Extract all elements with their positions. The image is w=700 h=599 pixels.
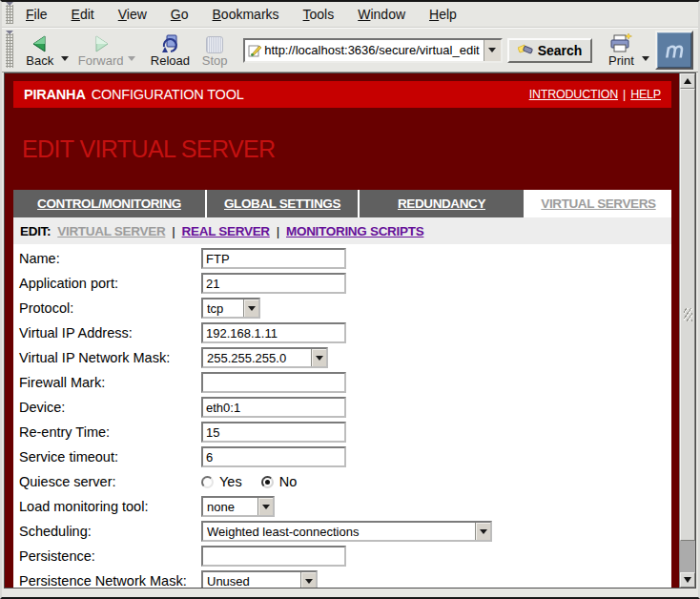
tab-global-settings[interactable]: GLOBAL SETTINGS	[207, 190, 358, 217]
menu-file[interactable]: File	[19, 4, 54, 25]
tab-virtual-servers[interactable]: VIRTUAL SERVERS	[525, 190, 671, 217]
back-button[interactable]: Back	[19, 30, 61, 72]
subnav-virtual-server: VIRTUAL SERVER	[57, 224, 165, 238]
browser-window: FileEditViewGoBookmarksToolsWindowHelp B…	[0, 0, 700, 599]
forward-button[interactable]: Forward	[74, 30, 128, 72]
menu-bookmarks[interactable]: Bookmarks	[206, 4, 286, 25]
application-port-label: Application port:	[13, 276, 201, 291]
quiesce-server-radio-no[interactable]	[261, 476, 274, 488]
mozilla-logo[interactable]	[655, 31, 693, 70]
virtual-ip-address-input[interactable]	[201, 322, 346, 343]
introduction-link[interactable]: INTRODUCTION	[529, 88, 618, 101]
dropdown-arrow-icon	[311, 349, 326, 366]
form-row: Protocol:tcp	[13, 296, 671, 320]
scheduling-select[interactable]: Weighted least-connections	[201, 521, 492, 542]
dropdown-arrow-icon	[475, 523, 490, 540]
arrow-down-icon	[684, 577, 691, 583]
page-title: EDIT VIRTUAL SERVER	[22, 135, 276, 163]
link-separator: |	[623, 88, 626, 101]
mozilla-m-icon	[660, 37, 689, 64]
print-dropdown-icon[interactable]	[642, 56, 649, 61]
form-row: Service timeout:	[13, 444, 671, 469]
device-input[interactable]	[201, 397, 346, 418]
forward-icon	[91, 33, 112, 53]
dropdown-arrow-icon	[300, 572, 316, 588]
piranha-banner: PIRANHA CONFIGURATION TOOL INTRODUCTION …	[13, 81, 671, 108]
quiesce-server-radio-yes[interactable]	[201, 476, 214, 488]
search-label: Search	[538, 43, 583, 58]
re-entry-time-input[interactable]	[201, 422, 346, 443]
forward-label: Forward	[78, 53, 124, 68]
browser-viewport: PIRANHA CONFIGURATION TOOL INTRODUCTION …	[4, 72, 696, 589]
content-sheet: CONTROL/MONITORINGGLOBAL SETTINGSREDUNDA…	[13, 190, 671, 588]
device-label: Device:	[13, 400, 201, 415]
subnav-monitoring-scripts[interactable]: MONITORING SCRIPTS	[286, 224, 423, 238]
scroll-down-button[interactable]	[680, 572, 695, 588]
toolbar-grippy[interactable]	[6, 33, 13, 68]
tab-label: CONTROL/MONITORING	[37, 196, 181, 211]
back-dropdown-icon[interactable]	[61, 56, 69, 61]
navigation-toolbar: Back Forward Reload	[2, 28, 698, 72]
form-row: Virtual IP Network Mask:255.255.255.0	[13, 345, 671, 370]
protocol-label: Protocol:	[13, 300, 201, 316]
search-button[interactable]: Search	[507, 38, 593, 63]
virtual-ip-address-label: Virtual IP Address:	[13, 325, 201, 341]
chevron-down-icon	[488, 48, 496, 52]
url-input[interactable]	[264, 42, 484, 59]
stop-icon	[206, 33, 223, 53]
form-row: Re-entry Time:	[13, 420, 671, 444]
print-label: Print	[608, 53, 634, 68]
bookmark-icon[interactable]	[248, 44, 261, 57]
scrollbar-thumb[interactable]	[680, 89, 695, 541]
form-row: Scheduling:Weighted least-connections	[13, 519, 671, 544]
persistence-input[interactable]	[201, 546, 346, 567]
virtual-server-form: Name:Application port:Protocol:tcpVirtua…	[13, 244, 671, 588]
tab-label: GLOBAL SETTINGS	[224, 196, 340, 211]
menu-view[interactable]: View	[112, 4, 154, 25]
menu-window[interactable]: Window	[351, 4, 412, 25]
stop-button[interactable]: Stop	[194, 30, 236, 72]
reload-button[interactable]: Reload	[147, 30, 195, 72]
name-input[interactable]	[201, 248, 346, 269]
quiesce-server-radio-group: YesNo	[201, 474, 297, 489]
persistence-label: Persistence:	[13, 548, 201, 564]
title-zone: EDIT VIRTUAL SERVER	[5, 108, 679, 190]
tab-bar: CONTROL/MONITORINGGLOBAL SETTINGSREDUNDA…	[13, 190, 671, 217]
url-dropdown-button[interactable]	[484, 40, 501, 61]
print-button[interactable]: Print	[600, 30, 642, 72]
edit-subnav: EDIT: VIRTUAL SERVER|REAL SERVER|MONITOR…	[13, 217, 671, 244]
scheduling-selected-value: Weighted least-connections	[207, 525, 475, 539]
scroll-up-button[interactable]	[680, 73, 695, 89]
vertical-scrollbar[interactable]	[679, 73, 695, 588]
service-timeout-input[interactable]	[201, 446, 346, 467]
tab-control-monitoring[interactable]: CONTROL/MONITORING	[13, 190, 205, 217]
tab-label: VIRTUAL SERVERS	[541, 196, 655, 211]
menu-help[interactable]: Help	[422, 4, 463, 25]
menu-edit[interactable]: Edit	[65, 4, 101, 25]
dropdown-arrow-icon	[257, 498, 273, 515]
tab-redundancy[interactable]: REDUNDANCY	[360, 190, 524, 217]
persistence-network-mask-select[interactable]: Unused	[201, 570, 318, 588]
load-monitoring-tool-select[interactable]: none	[201, 496, 275, 517]
form-row: Quiesce server:YesNo	[13, 469, 671, 494]
virtual-ip-network-mask-select[interactable]: 255.255.255.0	[201, 347, 328, 368]
reload-label: Reload	[151, 53, 190, 68]
protocol-select[interactable]: tcp	[201, 298, 260, 319]
stop-label: Stop	[202, 53, 228, 68]
application-port-input[interactable]	[201, 273, 346, 294]
subnav-real-server[interactable]: REAL SERVER	[182, 224, 270, 238]
virtual-ip-network-mask-selected-value: 255.255.255.0	[207, 351, 311, 365]
menu-go[interactable]: Go	[164, 4, 196, 25]
help-link[interactable]: HELP	[630, 88, 661, 101]
forward-dropdown-icon[interactable]	[128, 56, 135, 61]
firewall-mark-input[interactable]	[201, 372, 346, 393]
arrow-up-icon	[684, 78, 691, 84]
menu-tools[interactable]: Tools	[297, 4, 341, 25]
persistence-network-mask-selected-value: Unused	[207, 574, 300, 589]
form-row: Firewall Mark:	[13, 370, 671, 395]
dropdown-arrow-icon	[243, 300, 258, 317]
scrollbar-track[interactable]	[680, 89, 695, 572]
protocol-selected-value: tcp	[207, 301, 243, 316]
service-timeout-label: Service timeout:	[13, 449, 201, 465]
menubar-grippy[interactable]	[6, 5, 13, 25]
